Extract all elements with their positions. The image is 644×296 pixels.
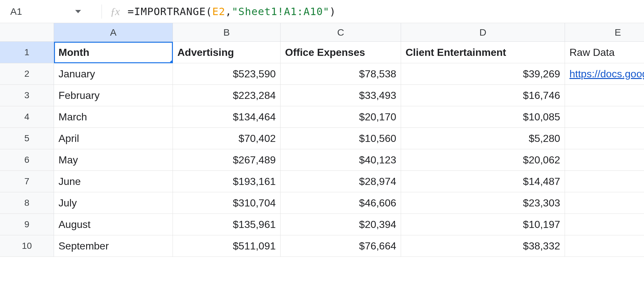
cell-E6[interactable]: [565, 149, 644, 171]
cell-value: $5,280: [529, 133, 560, 144]
column-header-E[interactable]: E: [565, 23, 644, 42]
cell-D4[interactable]: $10,085: [401, 106, 565, 128]
cell-A8[interactable]: July: [54, 192, 173, 214]
column-header-A[interactable]: A: [54, 23, 173, 42]
formula-input[interactable]: =IMPORTRANGE(E2,"Sheet1!A1:A10"): [128, 0, 644, 23]
cell-D6[interactable]: $20,062: [401, 149, 565, 171]
cell-C4[interactable]: $20,170: [281, 106, 401, 128]
cell-A1[interactable]: Month: [54, 42, 173, 63]
cell-C1[interactable]: Office Expenses: [281, 42, 401, 63]
cell-A3[interactable]: February: [54, 85, 173, 106]
cell-D5[interactable]: $5,280: [401, 128, 565, 149]
column-header-label: B: [223, 27, 230, 38]
cell-B1[interactable]: Advertising: [173, 42, 281, 63]
chevron-down-icon[interactable]: [75, 10, 81, 13]
cell-E1[interactable]: Raw Data: [565, 42, 644, 63]
cell-C7[interactable]: $28,974: [281, 171, 401, 192]
cell-D7[interactable]: $14,487: [401, 171, 565, 192]
column-header-label: D: [479, 27, 487, 38]
cell-A9[interactable]: August: [54, 214, 173, 235]
row-header-4[interactable]: 4: [0, 106, 54, 128]
cell-C8[interactable]: $46,606: [281, 192, 401, 214]
row-header-9[interactable]: 9: [0, 214, 54, 235]
cell-A2[interactable]: January: [54, 63, 173, 85]
cell-B7[interactable]: $193,161: [173, 171, 281, 192]
cell-value: $135,961: [233, 219, 276, 231]
cell-C10[interactable]: $76,664: [281, 235, 401, 257]
cell-D3[interactable]: $16,746: [401, 85, 565, 106]
cell-value: $134,464: [233, 111, 276, 123]
cell-value: Raw Data: [569, 47, 615, 58]
cell-E8[interactable]: [565, 192, 644, 214]
cell-D8[interactable]: $23,303: [401, 192, 565, 214]
row-header-8[interactable]: 8: [0, 192, 54, 214]
formula-open: (: [206, 5, 212, 18]
cell-value: Month: [58, 47, 89, 58]
column-header-B[interactable]: B: [173, 23, 281, 42]
name-box-value: A1: [10, 6, 75, 17]
cell-value: June: [58, 176, 81, 187]
cell-value: $193,161: [233, 176, 276, 187]
row-header-2[interactable]: 2: [0, 63, 54, 85]
select-all-corner[interactable]: [0, 23, 54, 42]
formula-close: ): [329, 5, 336, 18]
cell-value: $23,303: [523, 197, 560, 209]
name-box[interactable]: A1: [3, 0, 93, 23]
cell-value: $38,332: [523, 240, 560, 252]
column-header-label: E: [614, 27, 621, 38]
cell-D2[interactable]: $39,269: [401, 63, 565, 85]
column-header-C[interactable]: C: [281, 23, 401, 42]
spreadsheet-grid[interactable]: ABCDE1MonthAdvertisingOffice ExpensesCli…: [0, 23, 644, 257]
formula-ref: E2: [212, 5, 226, 18]
cell-D9[interactable]: $10,197: [401, 214, 565, 235]
cell-A7[interactable]: June: [54, 171, 173, 192]
cell-E4[interactable]: [565, 106, 644, 128]
cell-C3[interactable]: $33,493: [281, 85, 401, 106]
formula-comma: ,: [225, 5, 232, 18]
cell-A5[interactable]: April: [54, 128, 173, 149]
cell-B8[interactable]: $310,704: [173, 192, 281, 214]
cell-B3[interactable]: $223,284: [173, 85, 281, 106]
cell-E2[interactable]: https://docs.goog: [565, 63, 644, 85]
cell-D1[interactable]: Client Entertainment: [401, 42, 565, 63]
column-header-D[interactable]: D: [401, 23, 565, 42]
cell-C6[interactable]: $40,123: [281, 149, 401, 171]
cell-C5[interactable]: $10,560: [281, 128, 401, 149]
cell-B6[interactable]: $267,489: [173, 149, 281, 171]
cell-value: $28,974: [359, 176, 396, 187]
cell-A10[interactable]: September: [54, 235, 173, 257]
cell-value: $10,085: [523, 111, 560, 123]
cell-B4[interactable]: $134,464: [173, 106, 281, 128]
cell-B2[interactable]: $523,590: [173, 63, 281, 85]
fx-icon[interactable]: ƒx: [110, 5, 119, 18]
cell-B5[interactable]: $70,402: [173, 128, 281, 149]
cell-C9[interactable]: $20,394: [281, 214, 401, 235]
row-header-1[interactable]: 1: [0, 42, 54, 63]
cell-value: $78,538: [359, 68, 396, 80]
row-header-10[interactable]: 10: [0, 235, 54, 257]
formula-str: "Sheet1!A1:A10": [232, 5, 329, 18]
row-header-3[interactable]: 3: [0, 85, 54, 106]
fill-handle[interactable]: [170, 60, 173, 63]
cell-value: $39,269: [523, 68, 560, 80]
cell-E3[interactable]: [565, 85, 644, 106]
cell-A4[interactable]: March: [54, 106, 173, 128]
cell-B9[interactable]: $135,961: [173, 214, 281, 235]
cell-B10[interactable]: $511,091: [173, 235, 281, 257]
cell-C2[interactable]: $78,538: [281, 63, 401, 85]
cell-D10[interactable]: $38,332: [401, 235, 565, 257]
row-header-6[interactable]: 6: [0, 149, 54, 171]
cell-E7[interactable]: [565, 171, 644, 192]
cell-E5[interactable]: [565, 128, 644, 149]
cell-A6[interactable]: May: [54, 149, 173, 171]
row-header-5[interactable]: 5: [0, 128, 54, 149]
cell-value: $14,487: [523, 176, 560, 187]
cell-value: $16,746: [523, 90, 560, 101]
cell-value: Advertising: [177, 47, 234, 58]
cell-value: August: [58, 219, 91, 231]
cell-E9[interactable]: [565, 214, 644, 235]
divider: [102, 4, 102, 19]
row-header-7[interactable]: 7: [0, 171, 54, 192]
cell-value: $310,704: [233, 197, 276, 209]
cell-E10[interactable]: [565, 235, 644, 257]
